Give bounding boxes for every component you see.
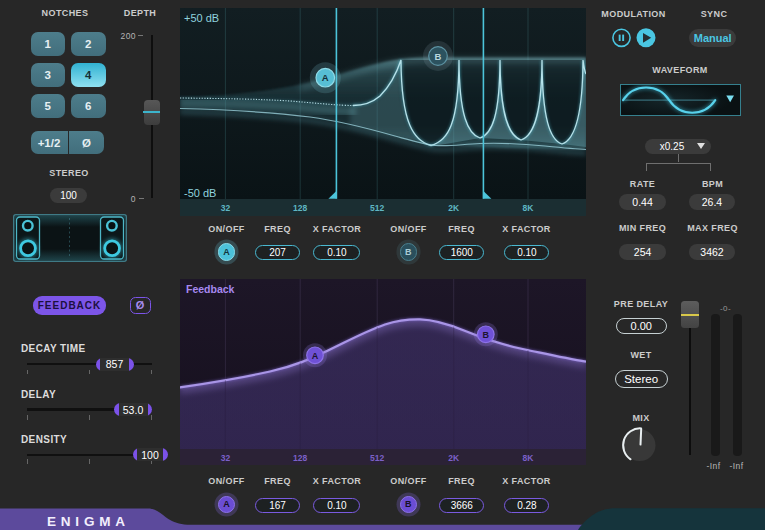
- svg-text:512: 512: [370, 453, 384, 463]
- svg-text:32: 32: [221, 453, 231, 463]
- svg-text:8K: 8K: [523, 453, 535, 463]
- svg-text:-50 dB: -50 dB: [184, 187, 216, 199]
- svg-text:2K: 2K: [448, 203, 460, 213]
- svg-text:B: B: [435, 51, 442, 62]
- svg-text:A: A: [322, 72, 329, 83]
- svg-text:128: 128: [293, 203, 307, 213]
- svg-text:512: 512: [370, 203, 384, 213]
- svg-text:+50 dB: +50 dB: [184, 12, 219, 24]
- svg-text:2K: 2K: [448, 453, 460, 463]
- svg-text:Feedback: Feedback: [186, 283, 235, 295]
- svg-text:A: A: [312, 351, 319, 361]
- svg-text:8K: 8K: [523, 203, 535, 213]
- svg-text:B: B: [483, 330, 490, 340]
- svg-text:128: 128: [293, 453, 307, 463]
- svg-text:32: 32: [221, 203, 231, 213]
